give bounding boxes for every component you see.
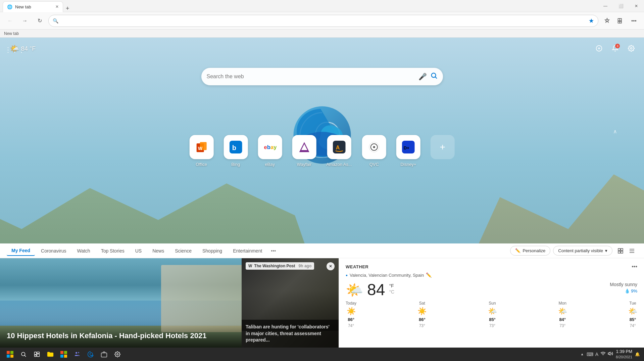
main-article-overlay: 10 Hippest Hotels in Kefalonia - Hand-pi…: [0, 324, 242, 348]
file-explorer-taskbar-button[interactable]: [44, 348, 56, 360]
quick-link-amazon[interactable]: A Amazon As...: [326, 135, 352, 167]
collections-button[interactable]: [614, 15, 627, 27]
address-input[interactable]: [61, 18, 586, 24]
view-toggle-buttons: [615, 245, 637, 256]
content-visibility-button[interactable]: Content partially visible ▾: [553, 246, 612, 256]
grid-view-button[interactable]: [615, 245, 626, 256]
add-site-container: +: [431, 135, 455, 167]
store-taskbar-button[interactable]: [98, 348, 110, 360]
tab-entertainment[interactable]: Entertainment: [228, 246, 267, 256]
tab-coronavirus[interactable]: Coronavirus: [36, 246, 71, 256]
quick-link-disney[interactable]: D+ Disney+: [396, 135, 420, 167]
teams-taskbar-button[interactable]: [71, 348, 83, 360]
svg-rect-2: [618, 21, 620, 23]
svg-rect-33: [621, 251, 623, 253]
tab-top-stories[interactable]: Top Stories: [96, 246, 129, 256]
navigation-bar: ← → ↻ 🔍 ★ •••: [0, 12, 644, 30]
svg-point-51: [76, 352, 77, 354]
svg-point-55: [603, 355, 603, 356]
forecast-hi-4: 85°: [630, 317, 636, 322]
personalize-icon: ✏️: [515, 248, 521, 253]
volume-icon[interactable]: [608, 351, 613, 357]
search-submit-icon[interactable]: [430, 72, 438, 81]
tab-science[interactable]: Science: [170, 246, 196, 256]
window-controls: — ⬜ ✕: [598, 0, 644, 12]
list-view-button[interactable]: [627, 245, 637, 256]
weather-condition-text: Mostly sunny: [610, 282, 637, 287]
search-input[interactable]: [207, 74, 415, 80]
forecast-hi-0: 86°: [348, 317, 354, 322]
svg-rect-46: [37, 354, 40, 357]
personalize-button[interactable]: ✏️ Personalize: [510, 246, 550, 256]
search-mic-icon[interactable]: 🎤: [418, 73, 427, 81]
tab-watch[interactable]: Watch: [72, 246, 95, 256]
svg-marker-56: [608, 352, 610, 355]
nav-actions: •••: [601, 15, 640, 27]
start-button[interactable]: [4, 348, 16, 360]
system-clock[interactable]: 1:39 PM 8/20/2021: [616, 349, 632, 360]
svg-text:W: W: [198, 146, 202, 151]
add-site-button[interactable]: +: [431, 135, 455, 159]
current-date: 8/20/2021: [616, 355, 632, 360]
main-news-card[interactable]: 10 Hippest Hotels in Kefalonia - Hand-pi…: [0, 258, 242, 348]
svg-rect-31: [621, 249, 623, 251]
weather-edit-icon[interactable]: ✏️: [426, 272, 432, 278]
svg-rect-39: [7, 355, 10, 358]
svg-text:A: A: [336, 145, 340, 150]
forecast-day-mon: Mon 🌤️ 84° 73°: [558, 301, 567, 328]
notification-center-icon[interactable]: 🔔: [635, 352, 640, 357]
forecast-day-today: Today ☀️ 86° 74°: [346, 301, 356, 328]
quick-link-ebay[interactable]: ebay eBay: [258, 135, 282, 167]
quick-link-qvc[interactable]: QVC: [362, 135, 386, 167]
svg-text:ebay: ebay: [264, 144, 276, 150]
ime-icon: A: [595, 352, 598, 357]
refresh-button[interactable]: ↻: [34, 15, 46, 27]
tab-us[interactable]: US: [131, 246, 146, 256]
network-icon[interactable]: [600, 351, 606, 357]
new-tab-label-bar: New tab: [0, 30, 644, 38]
weather-condition-right: Mostly sunny 💧 9%: [610, 282, 637, 294]
svg-text:D+: D+: [404, 145, 409, 150]
quick-link-office[interactable]: W Office: [189, 135, 213, 167]
tab-close-button[interactable]: ✕: [55, 4, 59, 9]
tab-my-feed[interactable]: My Feed: [7, 246, 35, 256]
news-tabs-more-button[interactable]: •••: [268, 246, 279, 256]
forecast-hi-2: 85°: [489, 317, 496, 322]
forecast-hi-3: 84°: [559, 317, 566, 322]
address-bar[interactable]: 🔍 ★: [48, 15, 598, 27]
start-menu-taskbar-button[interactable]: [58, 348, 70, 360]
task-view-button[interactable]: [31, 348, 43, 360]
search-taskbar-button[interactable]: [17, 348, 30, 360]
taskbar: ▲ ⌨ A 1:39 PM 8/20/2021 🔔: [0, 348, 644, 361]
reading-list-button[interactable]: [601, 15, 613, 27]
close-article-button[interactable]: ✕: [327, 262, 335, 270]
quick-link-wayfair[interactable]: Wayfair: [292, 135, 316, 167]
collapse-button[interactable]: ∧: [613, 128, 617, 135]
settings-taskbar-button[interactable]: [111, 348, 123, 360]
back-button[interactable]: ←: [4, 15, 16, 27]
maximize-button[interactable]: ⬜: [613, 0, 629, 12]
forward-button[interactable]: →: [19, 15, 31, 27]
svg-rect-1: [620, 18, 622, 21]
more-actions-button[interactable]: •••: [628, 15, 640, 27]
forecast-lo-3: 73°: [559, 323, 565, 328]
new-tab-label: New tab: [4, 31, 19, 36]
close-button[interactable]: ✕: [629, 0, 644, 12]
new-tab-page: ⋮⋮⋮ 🌤️ 84 °F 3 🎤: [0, 38, 644, 348]
forecast-day-sun: Sun 🌤️ 85° 73°: [488, 301, 497, 328]
office-label: Office: [196, 162, 207, 167]
weather-more-button[interactable]: •••: [632, 264, 637, 270]
edge-taskbar-button[interactable]: [85, 348, 97, 360]
minimize-button[interactable]: —: [598, 0, 613, 12]
active-tab[interactable]: 🌐 New tab ✕: [3, 1, 63, 12]
search-bar: 🎤: [201, 68, 443, 85]
quick-link-bing[interactable]: b Bing: [224, 135, 248, 167]
secondary-news-card[interactable]: W The Washington Post 9h ago ✕ Taliban a…: [242, 258, 339, 348]
show-hidden-icons-button[interactable]: ▲: [581, 352, 584, 356]
favorites-star-icon[interactable]: ★: [589, 17, 594, 25]
tab-shopping[interactable]: Shopping: [198, 246, 227, 256]
weather-unit-toggle[interactable]: °F °C: [389, 283, 394, 295]
new-tab-button[interactable]: +: [63, 5, 72, 12]
tab-news[interactable]: News: [148, 246, 169, 256]
svg-rect-49: [60, 355, 63, 358]
